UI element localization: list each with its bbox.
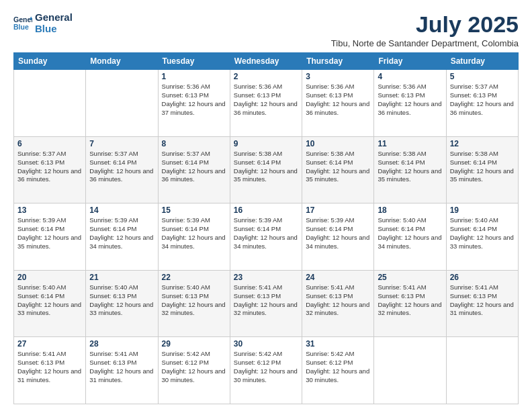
calendar-cell: 16Sunrise: 5:39 AM Sunset: 6:14 PM Dayli… [230, 203, 302, 271]
day-number: 31 [306, 339, 370, 349]
day-info: Sunrise: 5:38 AM Sunset: 6:14 PM Dayligh… [306, 150, 370, 184]
calendar-cell: 17Sunrise: 5:39 AM Sunset: 6:14 PM Dayli… [302, 203, 374, 271]
day-info: Sunrise: 5:39 AM Sunset: 6:14 PM Dayligh… [162, 216, 226, 250]
logo-icon: General Blue [13, 14, 32, 33]
day-number: 19 [450, 205, 515, 215]
calendar-cell: 8Sunrise: 5:37 AM Sunset: 6:14 PM Daylig… [158, 136, 230, 203]
day-number: 5 [450, 72, 515, 81]
header-saturday: Saturday [446, 53, 518, 70]
day-info: Sunrise: 5:39 AM Sunset: 6:14 PM Dayligh… [234, 216, 298, 250]
day-number: 6 [17, 139, 82, 148]
calendar-cell: 5Sunrise: 5:37 AM Sunset: 6:13 PM Daylig… [446, 70, 518, 137]
day-number: 18 [378, 205, 442, 215]
day-info: Sunrise: 5:39 AM Sunset: 6:14 PM Dayligh… [306, 216, 370, 250]
calendar-cell: 25Sunrise: 5:41 AM Sunset: 6:13 PM Dayli… [374, 270, 446, 337]
day-number: 15 [162, 205, 226, 215]
calendar-cell: 19Sunrise: 5:40 AM Sunset: 6:14 PM Dayli… [446, 203, 518, 271]
calendar-cell: 9Sunrise: 5:38 AM Sunset: 6:14 PM Daylig… [230, 136, 302, 203]
header-thursday: Thursday [302, 53, 374, 70]
calendar-cell: 27Sunrise: 5:41 AM Sunset: 6:13 PM Dayli… [14, 337, 86, 404]
calendar-week-3: 13Sunrise: 5:39 AM Sunset: 6:14 PM Dayli… [14, 203, 519, 271]
calendar-cell: 26Sunrise: 5:41 AM Sunset: 6:13 PM Dayli… [446, 270, 518, 337]
title-block: July 2025 Tibu, Norte de Santander Depar… [331, 12, 519, 48]
day-number: 30 [234, 339, 298, 349]
svg-text:Blue: Blue [13, 22, 29, 30]
calendar-cell: 1Sunrise: 5:36 AM Sunset: 6:13 PM Daylig… [158, 70, 230, 137]
calendar-cell: 24Sunrise: 5:41 AM Sunset: 6:13 PM Dayli… [302, 270, 374, 337]
calendar-header: Sunday Monday Tuesday Wednesday Thursday… [14, 53, 519, 70]
calendar-cell: 14Sunrise: 5:39 AM Sunset: 6:14 PM Dayli… [86, 203, 158, 271]
logo-blue: Blue [35, 24, 73, 35]
logo-general: General [35, 12, 73, 24]
subtitle: Tibu, Norte de Santander Department, Col… [331, 38, 519, 48]
calendar-body: 1Sunrise: 5:36 AM Sunset: 6:13 PM Daylig… [14, 70, 519, 404]
day-info: Sunrise: 5:41 AM Sunset: 6:13 PM Dayligh… [89, 350, 154, 384]
day-number: 9 [234, 139, 298, 148]
header-sunday: Sunday [14, 53, 86, 70]
calendar-cell: 13Sunrise: 5:39 AM Sunset: 6:14 PM Dayli… [14, 203, 86, 271]
header: General Blue General Blue July 2025 Tibu… [13, 12, 519, 48]
day-info: Sunrise: 5:40 AM Sunset: 6:13 PM Dayligh… [162, 283, 226, 318]
day-number: 3 [306, 72, 370, 81]
day-info: Sunrise: 5:42 AM Sunset: 6:12 PM Dayligh… [162, 350, 226, 384]
header-friday: Friday [374, 53, 446, 70]
weekday-row: Sunday Monday Tuesday Wednesday Thursday… [14, 53, 519, 70]
day-info: Sunrise: 5:40 AM Sunset: 6:14 PM Dayligh… [450, 216, 515, 250]
day-number: 4 [378, 72, 442, 81]
calendar-cell [374, 337, 446, 404]
day-info: Sunrise: 5:41 AM Sunset: 6:13 PM Dayligh… [17, 350, 82, 384]
day-info: Sunrise: 5:40 AM Sunset: 6:13 PM Dayligh… [89, 283, 154, 318]
day-number: 29 [162, 339, 226, 349]
day-info: Sunrise: 5:36 AM Sunset: 6:13 PM Dayligh… [162, 83, 226, 117]
calendar-cell: 23Sunrise: 5:41 AM Sunset: 6:13 PM Dayli… [230, 270, 302, 337]
calendar-cell: 31Sunrise: 5:42 AM Sunset: 6:12 PM Dayli… [302, 337, 374, 404]
day-info: Sunrise: 5:38 AM Sunset: 6:14 PM Dayligh… [378, 150, 442, 184]
header-monday: Monday [86, 53, 158, 70]
day-info: Sunrise: 5:41 AM Sunset: 6:13 PM Dayligh… [378, 283, 442, 318]
day-number: 28 [89, 339, 154, 349]
day-info: Sunrise: 5:41 AM Sunset: 6:13 PM Dayligh… [234, 283, 298, 318]
day-number: 16 [234, 205, 298, 215]
day-info: Sunrise: 5:37 AM Sunset: 6:13 PM Dayligh… [17, 150, 82, 184]
day-info: Sunrise: 5:37 AM Sunset: 6:14 PM Dayligh… [89, 150, 154, 184]
day-info: Sunrise: 5:36 AM Sunset: 6:13 PM Dayligh… [306, 83, 370, 117]
day-info: Sunrise: 5:36 AM Sunset: 6:13 PM Dayligh… [378, 83, 442, 117]
page: General Blue General Blue July 2025 Tibu… [0, 0, 532, 411]
day-info: Sunrise: 5:38 AM Sunset: 6:14 PM Dayligh… [450, 150, 515, 184]
day-info: Sunrise: 5:42 AM Sunset: 6:12 PM Dayligh… [234, 350, 298, 384]
day-number: 1 [162, 72, 226, 81]
calendar-cell: 4Sunrise: 5:36 AM Sunset: 6:13 PM Daylig… [374, 70, 446, 137]
day-number: 21 [89, 273, 154, 282]
calendar: Sunday Monday Tuesday Wednesday Thursday… [13, 52, 519, 404]
main-title: July 2025 [331, 12, 519, 37]
calendar-cell: 18Sunrise: 5:40 AM Sunset: 6:14 PM Dayli… [374, 203, 446, 271]
day-info: Sunrise: 5:41 AM Sunset: 6:13 PM Dayligh… [306, 283, 370, 318]
header-tuesday: Tuesday [158, 53, 230, 70]
day-number: 26 [450, 273, 515, 282]
calendar-cell: 20Sunrise: 5:40 AM Sunset: 6:14 PM Dayli… [14, 270, 86, 337]
calendar-cell: 3Sunrise: 5:36 AM Sunset: 6:13 PM Daylig… [302, 70, 374, 137]
day-number: 27 [17, 339, 82, 349]
day-number: 8 [162, 139, 226, 148]
calendar-cell: 10Sunrise: 5:38 AM Sunset: 6:14 PM Dayli… [302, 136, 374, 203]
calendar-week-4: 20Sunrise: 5:40 AM Sunset: 6:14 PM Dayli… [14, 270, 519, 337]
calendar-cell: 12Sunrise: 5:38 AM Sunset: 6:14 PM Dayli… [446, 136, 518, 203]
day-number: 11 [378, 139, 442, 148]
calendar-cell: 7Sunrise: 5:37 AM Sunset: 6:14 PM Daylig… [86, 136, 158, 203]
day-number: 25 [378, 273, 442, 282]
calendar-cell [86, 70, 158, 137]
day-info: Sunrise: 5:40 AM Sunset: 6:14 PM Dayligh… [378, 216, 442, 250]
calendar-cell: 15Sunrise: 5:39 AM Sunset: 6:14 PM Dayli… [158, 203, 230, 271]
day-number: 13 [17, 205, 82, 215]
calendar-week-2: 6Sunrise: 5:37 AM Sunset: 6:13 PM Daylig… [14, 136, 519, 203]
calendar-week-5: 27Sunrise: 5:41 AM Sunset: 6:13 PM Dayli… [14, 337, 519, 404]
calendar-cell: 28Sunrise: 5:41 AM Sunset: 6:13 PM Dayli… [86, 337, 158, 404]
day-info: Sunrise: 5:37 AM Sunset: 6:13 PM Dayligh… [450, 83, 515, 117]
calendar-week-1: 1Sunrise: 5:36 AM Sunset: 6:13 PM Daylig… [14, 70, 519, 137]
day-number: 24 [306, 273, 370, 282]
day-info: Sunrise: 5:41 AM Sunset: 6:13 PM Dayligh… [450, 283, 515, 318]
calendar-cell: 21Sunrise: 5:40 AM Sunset: 6:13 PM Dayli… [86, 270, 158, 337]
day-number: 12 [450, 139, 515, 148]
logo: General Blue General Blue [13, 12, 73, 34]
calendar-cell [446, 337, 518, 404]
